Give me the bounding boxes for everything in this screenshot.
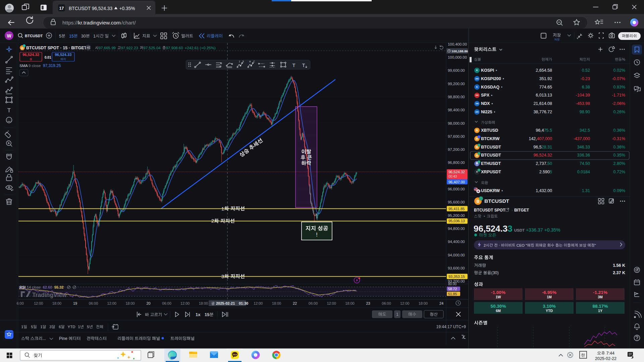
svg-text:22: 22 xyxy=(293,301,297,305)
svg-text:5: 5 xyxy=(87,325,89,329)
svg-text:28.31: 28.31 xyxy=(542,145,552,149)
svg-text:BTCUSDT SPOT: BTCUSDT SPOT xyxy=(474,208,505,213)
svg-text:KOSPI200: KOSPI200 xyxy=(481,76,501,81)
svg-text:94,800.00: 94,800.00 xyxy=(448,227,465,231)
svg-text:06:00: 06:00 xyxy=(162,301,171,305)
svg-text:00:43: 00:43 xyxy=(448,175,457,178)
svg-text:ETHUSDT: ETHUSDT xyxy=(481,161,501,166)
svg-text:-1.71%: -1.71% xyxy=(612,93,625,98)
svg-text:5: 5 xyxy=(243,60,244,63)
svg-text:kr.tradingview.com: kr.tradingview.com xyxy=(78,20,121,25)
svg-text:K: K xyxy=(476,69,478,71)
svg-text:75.5: 75.5 xyxy=(544,128,552,133)
svg-text:99,600.00: 99,600.00 xyxy=(448,68,465,72)
svg-text:55.32: 55.32 xyxy=(54,285,64,289)
svg-text:A: A xyxy=(249,60,251,63)
svg-text:351.92: 351.92 xyxy=(539,76,552,81)
svg-text:T: T xyxy=(302,62,305,68)
svg-text:58.72: 58.72 xyxy=(448,287,457,291)
svg-text:98,400.00: 98,400.00 xyxy=(448,108,465,112)
svg-text:100,188.86: 100,188.86 xyxy=(451,49,468,53)
svg-text:3: 3 xyxy=(507,224,512,234)
svg-text:98,800.00: 98,800.00 xyxy=(448,95,465,99)
svg-text:0.72%: 0.72% xyxy=(613,170,625,174)
svg-text:97,600.00: 97,600.00 xyxy=(448,134,465,138)
svg-text:-1.21%: -1.21% xyxy=(593,290,607,295)
svg-text:18:00: 18:00 xyxy=(345,301,355,305)
svg-text:2: 2 xyxy=(211,218,214,224)
svg-text:12:00: 12:00 xyxy=(254,301,263,305)
svg-text:NI225: NI225 xyxy=(481,110,492,114)
svg-text:XRPUSDT: XRPUSDT xyxy=(481,170,501,174)
svg-text:17: 17 xyxy=(59,6,64,11)
svg-text:BITGET: BITGET xyxy=(514,208,529,213)
svg-text:15: 15 xyxy=(205,312,209,317)
svg-text:30: 30 xyxy=(81,34,86,39)
svg-text:BTCUSDT: BTCUSDT xyxy=(481,153,501,158)
svg-text:94,000.00: 94,000.00 xyxy=(448,253,465,257)
svg-text:0.09%: 0.09% xyxy=(613,188,625,193)
svg-text:XBTUSD: XBTUSD xyxy=(481,128,498,133)
svg-text:18:00: 18:00 xyxy=(199,301,208,305)
svg-text:200: 200 xyxy=(475,78,478,80)
svg-text:-437,000: -437,000 xyxy=(574,136,590,141)
svg-text:1x: 1x xyxy=(196,312,201,317)
svg-text:97,200.00: 97,200.00 xyxy=(448,147,465,152)
svg-text:6.38: 6.38 xyxy=(582,85,590,89)
svg-text:USDT: USDT xyxy=(514,228,525,232)
svg-text:-104.39: -104.39 xyxy=(576,93,590,98)
svg-text:B: B xyxy=(477,199,480,204)
svg-text:96,524.32: 96,524.32 xyxy=(22,53,39,57)
svg-text:1: 1 xyxy=(396,312,398,317)
svg-text:2.37 K: 2.37 K xyxy=(613,270,625,275)
svg-text:97,525.04: 97,525.04 xyxy=(144,46,161,50)
svg-text:342.5: 342.5 xyxy=(580,128,590,133)
svg-text:20: 20 xyxy=(146,301,150,305)
svg-text:YTD: YTD xyxy=(546,309,553,313)
svg-text:96,524.32: 96,524.32 xyxy=(533,153,552,158)
svg-text:0.36%: 0.36% xyxy=(613,128,625,133)
svg-text:96,5: 96,5 xyxy=(533,145,541,149)
svg-text:SMA: SMA xyxy=(19,64,28,68)
svg-text:1: 1 xyxy=(40,325,42,329)
svg-text:12:00: 12:00 xyxy=(400,301,410,305)
svg-text:0.35%: 0.35% xyxy=(613,153,625,158)
svg-text:93,353.15: 93,353.15 xyxy=(448,275,465,279)
svg-text:06:00: 06:00 xyxy=(89,301,98,305)
svg-text:38,776.72: 38,776.72 xyxy=(533,110,552,114)
svg-text:5: 5 xyxy=(59,34,61,39)
svg-text:0.01: 0.01 xyxy=(45,56,51,59)
svg-text:2025-02-22: 2025-02-22 xyxy=(595,356,616,361)
svg-text:12:00: 12:00 xyxy=(180,301,190,305)
svg-text:2,654.58: 2,654.58 xyxy=(536,68,552,73)
svg-text:50.30%: 50.30% xyxy=(491,304,506,309)
svg-text:95,600.00: 95,600.00 xyxy=(448,200,465,204)
svg-text:BTCUSDT SPOT · 15 · BITGET: BTCUSDT SPOT · 15 · BITGET xyxy=(26,46,87,50)
svg-text:NDX: NDX xyxy=(481,101,490,106)
svg-text:9 close: 9 close xyxy=(29,64,41,68)
svg-text:T: T xyxy=(7,107,11,114)
svg-text:95,411.85: 95,411.85 xyxy=(448,207,465,211)
svg-text:SPX: SPX xyxy=(481,93,490,98)
svg-text:96,524.33: 96,524.33 xyxy=(55,53,72,57)
svg-text:100,000.00: 100,000.00 xyxy=(448,55,467,59)
svg-text:98.90: 98.90 xyxy=(580,110,590,114)
svg-text:1.56 K: 1.56 K xyxy=(613,263,625,268)
svg-text:225: 225 xyxy=(475,111,478,113)
svg-text:19: 19 xyxy=(73,301,77,305)
svg-text:2.590: 2.590 xyxy=(539,170,550,174)
svg-text:Pine: Pine xyxy=(59,336,67,341)
svg-text:98,000.00: 98,000.00 xyxy=(448,121,465,125)
svg-text:-1.00%: -1.00% xyxy=(491,290,505,295)
svg-text:-0.23: -0.23 xyxy=(581,76,590,81)
svg-text:97,922.23: 97,922.23 xyxy=(121,46,138,50)
svg-text:RSI: RSI xyxy=(19,285,25,289)
svg-text:5: 5 xyxy=(31,325,33,329)
svg-text:1M: 1M xyxy=(547,295,552,299)
svg-text:0.0184: 0.0184 xyxy=(577,170,590,174)
svg-text:3.10%: 3.10% xyxy=(543,304,555,309)
svg-text:50: 50 xyxy=(547,161,552,166)
svg-text:94,400.00: 94,400.00 xyxy=(448,240,465,244)
svg-text:774.65: 774.65 xyxy=(539,85,552,89)
svg-text:T: T xyxy=(292,62,295,68)
